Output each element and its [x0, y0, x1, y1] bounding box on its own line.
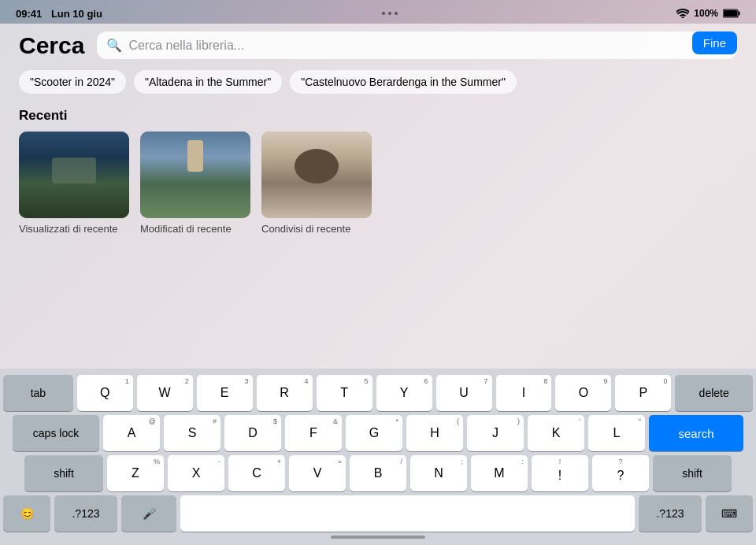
content-area: Fine Cerca 🔍 🎙 "Scooter in 2024" "Altade…	[0, 24, 756, 369]
recent-label-2: Condivisi di recente	[261, 223, 350, 236]
dot-1	[382, 12, 385, 15]
recent-thumb-0	[19, 132, 129, 218]
coastal-thumbnail	[19, 132, 129, 218]
recent-thumb-2	[261, 132, 372, 218]
chip-2[interactable]: "Castelnuovo Berardenga in the Summer"	[290, 70, 517, 94]
key-tab[interactable]: tab	[3, 375, 73, 411]
hiking-thumbnail	[140, 132, 250, 218]
recent-item-0[interactable]: Visualizzati di recente	[19, 132, 129, 236]
key-z[interactable]: %Z	[107, 455, 164, 491]
status-time-day: 09:41 Lun 10 giu	[16, 8, 102, 20]
key-o[interactable]: 9O	[555, 375, 611, 411]
chip-1[interactable]: "Altadena in the Summer"	[134, 70, 282, 94]
svg-rect-2	[738, 12, 739, 16]
key-v[interactable]: =V	[289, 455, 346, 491]
recent-item-2[interactable]: Condivisi di recente	[261, 132, 372, 236]
key-h[interactable]: (H	[406, 415, 463, 451]
key-123-left[interactable]: .?123	[54, 495, 117, 532]
key-m[interactable]: :M	[471, 455, 528, 491]
search-input[interactable]	[128, 39, 709, 53]
dot-3	[395, 12, 398, 15]
key-g[interactable]: *G	[346, 415, 402, 451]
key-w[interactable]: 2W	[137, 375, 193, 411]
kb-row-1: tab 1Q 2W 3E 4R 5T 6Y 7U 8I 9O 0P delete	[3, 375, 753, 411]
status-right: 100%	[676, 8, 740, 19]
key-j[interactable]: )J	[467, 415, 524, 451]
kb-row-4: 😊 .?123 🎤 .?123 ⌨	[3, 495, 753, 532]
recents-label: Recenti	[19, 108, 737, 124]
key-123-right[interactable]: .?123	[639, 495, 702, 532]
key-search[interactable]: search	[649, 415, 743, 451]
key-p[interactable]: 0P	[615, 375, 671, 411]
suggestion-chips: "Scooter in 2024" "Altadena in the Summe…	[19, 70, 737, 94]
key-t[interactable]: 5T	[317, 375, 372, 411]
key-e[interactable]: 3E	[197, 375, 253, 411]
search-bar[interactable]: 🔍 🎙	[97, 32, 737, 59]
recent-item-1[interactable]: Modificati di recente	[140, 132, 250, 236]
recents-grid: Visualizzati di recente Modificati di re…	[19, 132, 737, 236]
chess-thumbnail	[261, 132, 372, 218]
recent-label-1: Modificati di recente	[140, 223, 232, 236]
key-b[interactable]: /B	[350, 455, 406, 491]
keyboard: tab 1Q 2W 3E 4R 5T 6Y 7U 8I 9O 0P delete…	[0, 369, 756, 545]
search-title: Cerca	[19, 32, 84, 59]
key-r[interactable]: 4R	[257, 375, 313, 411]
key-k[interactable]: 'K	[528, 415, 584, 451]
key-n[interactable]: ;N	[410, 455, 467, 491]
key-question[interactable]: ??	[592, 455, 649, 491]
fine-button[interactable]: Fine	[692, 32, 737, 54]
key-mic[interactable]: 🎤	[121, 495, 176, 532]
key-shift-left[interactable]: shift	[24, 455, 103, 491]
svg-point-0	[682, 17, 684, 18]
status-center-dots	[382, 12, 398, 15]
wifi-icon	[676, 9, 689, 18]
kb-row-3: shift %Z -X +C =V /B ;N :M !! ?? shift	[3, 455, 753, 491]
key-keyboard-dismiss[interactable]: ⌨	[706, 495, 753, 532]
kb-row-2: caps lock @A #S $D &F *G (H )J 'K "L sea…	[3, 415, 753, 451]
home-indicator	[331, 536, 425, 539]
key-y[interactable]: 6Y	[376, 375, 432, 411]
key-u[interactable]: 7U	[436, 375, 492, 411]
recent-label-0: Visualizzati di recente	[19, 223, 118, 236]
status-day: Lun 10 giu	[51, 8, 102, 20]
key-a[interactable]: @A	[103, 415, 160, 451]
battery-percent: 100%	[694, 8, 718, 19]
svg-rect-3	[724, 10, 737, 17]
key-x[interactable]: -X	[168, 455, 224, 491]
recent-thumb-1	[140, 132, 250, 218]
key-i[interactable]: 8I	[496, 375, 552, 411]
battery-icon	[723, 9, 740, 18]
key-c[interactable]: +C	[228, 455, 285, 491]
key-shift-right[interactable]: shift	[653, 455, 732, 491]
status-time: 09:41	[16, 8, 42, 20]
key-d[interactable]: $D	[224, 415, 281, 451]
key-l[interactable]: "L	[588, 415, 645, 451]
key-s[interactable]: #S	[164, 415, 220, 451]
dot-2	[388, 12, 391, 15]
key-q[interactable]: 1Q	[77, 375, 133, 411]
key-exclamation[interactable]: !!	[532, 455, 588, 491]
key-f[interactable]: &F	[285, 415, 342, 451]
key-emoji[interactable]: 😊	[3, 495, 50, 532]
key-delete[interactable]: delete	[675, 375, 753, 411]
status-bar: 09:41 Lun 10 giu 100%	[0, 0, 756, 24]
search-icon: 🔍	[106, 38, 122, 53]
key-space[interactable]	[180, 495, 635, 532]
search-header: Cerca 🔍 🎙	[19, 32, 737, 59]
chip-0[interactable]: "Scooter in 2024"	[19, 70, 126, 94]
key-caps-lock[interactable]: caps lock	[13, 415, 99, 451]
